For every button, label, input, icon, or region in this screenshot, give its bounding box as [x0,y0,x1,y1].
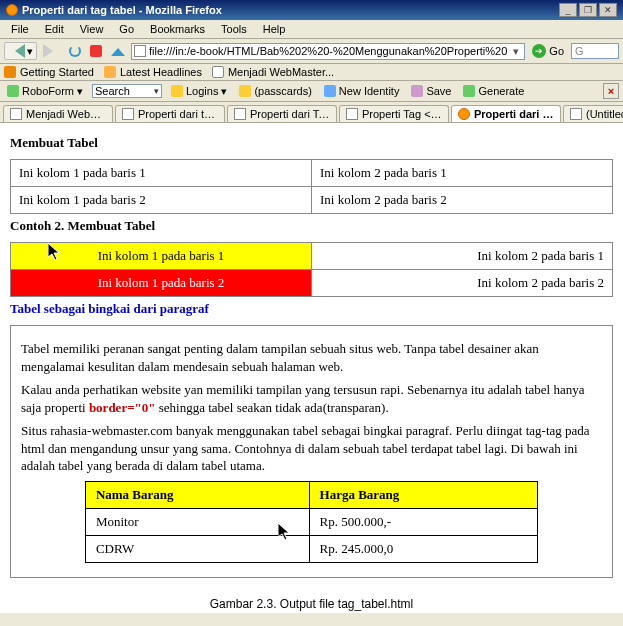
go-label: Go [549,45,564,57]
table-cell: Ini kolom 2 pada baris 1 [312,243,613,270]
menu-view[interactable]: View [73,22,111,36]
bookmark-label: Getting Started [20,66,94,78]
roboform-toolbar: RoboForm ▾ Search ▾ Logins ▾ (passcards)… [0,81,623,102]
table-row: CDRW Rp. 245.000,0 [85,535,537,562]
tab-label: (Untitled) [586,108,623,120]
nav-toolbar: ▾ file:///in:/e-book/HTML/Bab%202%20-%20… [0,39,623,64]
disk-icon [411,85,423,97]
rss-icon [104,66,116,78]
firefox-icon [458,108,470,120]
table-cell: Ini kolom 2 pada baris 1 [312,160,613,187]
window-titlebar: Properti dari tag tabel - Mozilla Firefo… [0,0,623,20]
page-icon [10,108,22,120]
tab-3[interactable]: Properti Tag <p> [339,105,449,122]
menu-file[interactable]: File [4,22,36,36]
restore-button[interactable]: ❐ [579,3,597,17]
figure-caption: Gambar 2.3. Output file tag_tabel.html [0,593,623,613]
page-icon [134,45,146,57]
stop-icon [90,45,102,57]
forward-icon [43,44,60,58]
address-bar[interactable]: file:///in:/e-book/HTML/Bab%202%20-%20Me… [131,43,525,60]
table-header-row: Nama Barang Harga Barang [85,481,537,508]
bookmark-icon [4,66,16,78]
page-icon [570,108,582,120]
tab-2[interactable]: Properti dari Tag ... [227,105,337,122]
close-button[interactable]: ✕ [599,3,617,17]
go-button[interactable]: ➔ Go [528,44,568,58]
roboform-logins-label: Logins [186,85,218,97]
menubar: File Edit View Go Bookmarks Tools Help [0,20,623,39]
table-cell: Rp. 500.000,- [309,508,538,535]
roboform-new-identity[interactable]: New Identity [321,84,403,98]
bookmark-latest-headlines[interactable]: Latest Headlines [104,66,202,78]
heading-tabel-bingkai: Tabel sebagai bingkai dari paragraf [10,301,613,317]
table-cell: Ini kolom 1 pada baris 1 [11,243,312,270]
roboform-icon [7,85,19,97]
roboform-new-identity-label: New Identity [339,85,400,97]
tab-label: Menjadi WebMas... [26,108,106,120]
menu-help[interactable]: Help [256,22,293,36]
home-button[interactable] [108,43,128,60]
page-icon [122,108,134,120]
table-cell: Rp. 245.000,0 [309,535,538,562]
person-icon [324,85,336,97]
search-box[interactable]: G [571,43,619,59]
chevron-down-icon: ▾ [154,86,159,96]
table-cell: Ini kolom 2 pada baris 2 [312,187,613,214]
window-title: Properti dari tag tabel - Mozilla Firefo… [22,4,222,16]
heading-membuat-tabel: Membuat Tabel [10,135,613,151]
key-icon [239,85,251,97]
paragraph-3: Situs rahasia-webmaster.com banyak mengg… [21,422,602,475]
table-row: Ini kolom 1 pada baris 1 Ini kolom 2 pad… [11,160,613,187]
roboform-generate[interactable]: Generate [460,84,527,98]
tab-0[interactable]: Menjadi WebMas... [3,105,113,122]
bookmark-menjadi-webmaster[interactable]: Menjadi WebMaster... [212,66,334,78]
roboform-search[interactable]: Search ▾ [92,84,162,98]
menu-go[interactable]: Go [112,22,141,36]
table-row: Ini kolom 1 pada baris 1 Ini kolom 2 pad… [11,243,613,270]
col-harga-barang: Harga Barang [309,481,538,508]
menu-tools[interactable]: Tools [214,22,254,36]
table-cell: Ini kolom 1 pada baris 1 [11,160,312,187]
back-button[interactable]: ▾ [4,42,37,60]
roboform-generate-label: Generate [478,85,524,97]
roboform-search-label: Search [95,85,130,97]
table-row: Monitor Rp. 500.000,- [85,508,537,535]
tab-label: Properti dari ta... [474,108,554,120]
roboform-save[interactable]: Save [408,84,454,98]
roboform-close-button[interactable]: × [603,83,619,99]
menu-edit[interactable]: Edit [38,22,71,36]
roboform-logins[interactable]: Logins ▾ [168,84,230,99]
table-cell: CDRW [85,535,309,562]
tab-4-active[interactable]: Properti dari ta... [451,105,561,122]
stop-button[interactable] [87,44,105,58]
tab-label: Properti dari tag A [138,108,218,120]
paragraph-frame: Tabel memiliki peranan sangat penting da… [10,325,613,578]
go-icon: ➔ [532,44,546,58]
page-icon [212,66,224,78]
menu-bookmarks[interactable]: Bookmarks [143,22,212,36]
forward-button[interactable] [40,43,63,59]
table-row: Ini kolom 1 pada baris 2 Ini kolom 2 pad… [11,187,613,214]
bookmark-getting-started[interactable]: Getting Started [4,66,94,78]
paragraph-1: Tabel memiliki peranan sangat penting da… [21,340,602,375]
page-icon [234,108,246,120]
tab-strip: Menjadi WebMas... Properti dari tag A Pr… [0,102,623,123]
roboform-menu[interactable]: RoboForm ▾ [4,84,86,99]
tab-1[interactable]: Properti dari tag A [115,105,225,122]
tab-5[interactable]: (Untitled) [563,105,623,122]
page-content[interactable]: Membuat Tabel Ini kolom 1 pada baris 1 I… [0,123,623,593]
page-icon [346,108,358,120]
address-url: file:///in:/e-book/HTML/Bab%202%20-%20Me… [149,45,507,57]
roboform-passcards[interactable]: (passcards) [236,84,314,98]
reload-button[interactable] [66,44,84,58]
reload-icon [69,45,81,57]
address-dropdown-icon[interactable]: ▾ [510,45,522,58]
price-table: Nama Barang Harga Barang Monitor Rp. 500… [85,481,538,563]
minimize-button[interactable]: _ [559,3,577,17]
roboform-passcards-label: (passcards) [254,85,311,97]
table-cell: Monitor [85,508,309,535]
text: sehingga tabel seakan tidak ada(transpar… [156,400,389,415]
roboform-save-label: Save [426,85,451,97]
home-icon [111,41,125,56]
